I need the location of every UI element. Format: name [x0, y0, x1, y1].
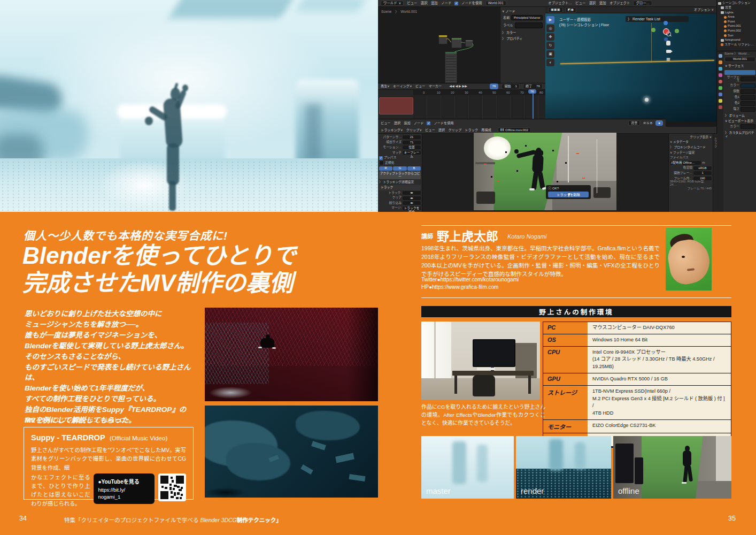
mode-icons[interactable]: ▣▣▣: [548, 7, 563, 12]
footage-section[interactable]: ∨ フッテージ設定: [670, 150, 712, 156]
world-props-tab[interactable]: [719, 80, 722, 83]
clip-display-dropdown[interactable]: クリップ表示 ∨: [670, 135, 712, 140]
normalize-checkbox[interactable]: [379, 160, 384, 165]
move-tool[interactable]: ✥: [546, 33, 554, 41]
tracking-marker[interactable]: [525, 145, 527, 147]
track-buttons[interactable]: ◂▸: [403, 191, 421, 195]
output-props-tab[interactable]: [719, 60, 722, 64]
tracking-marker[interactable]: [557, 181, 558, 182]
channel-buttons[interactable]: R G B: [643, 121, 652, 125]
colorspace-dropdown[interactable]: sRGB: [693, 166, 712, 170]
viewport-display-section[interactable]: ∨ ビューポート表示: [724, 118, 755, 124]
comp-use-nodes-checkbox[interactable]: ✓: [427, 121, 430, 125]
outliner-root[interactable]: シーンコレクション: [722, 2, 751, 5]
join-tracks-button[interactable]: トラックを統合: [403, 207, 421, 210]
prepass-checkbox[interactable]: ✓: [379, 156, 383, 160]
outliner-item[interactable]: Area: [728, 16, 734, 19]
outliner-item[interactable]: スケール リファレ…: [724, 43, 754, 47]
world-datablock-chip[interactable]: World.001: [724, 57, 755, 62]
scale-tool[interactable]: ▣: [546, 50, 554, 58]
surface-field[interactable]: [740, 77, 755, 81]
filepath-field[interactable]: //配布用 Offline…: [670, 161, 701, 165]
rgb-channel-buttons[interactable]: RGB: [379, 166, 421, 171]
current-frame-field[interactable]: 76: [490, 83, 499, 89]
compositor-menus[interactable]: ビュー 選択 追加 ノード: [381, 121, 423, 125]
cursor-tool[interactable]: ◎: [546, 25, 554, 32]
metadata-section[interactable]: ∨ メタデータ: [670, 140, 712, 146]
timeline-track-area[interactable]: [413, 95, 545, 119]
transform-orientation-dropdown[interactable]: グロー…: [633, 1, 652, 6]
timeline-menus[interactable]: 再生∨ キーイング∨ ビュー マーカー: [381, 85, 442, 88]
gizmo-z-axis[interactable]: [664, 21, 668, 25]
tracking-marker[interactable]: [516, 170, 518, 172]
rotate-tool[interactable]: ↻: [546, 42, 554, 49]
startframe-field[interactable]: 1: [693, 171, 712, 175]
gizmo-y-axis[interactable]: [675, 29, 679, 33]
node-panel-title[interactable]: ∨ ノード: [502, 8, 544, 14]
object-props-tab[interactable]: [719, 86, 722, 90]
frame-start-field[interactable]: 開始 1: [502, 83, 520, 89]
surface-section[interactable]: ∨ サーフェス: [724, 63, 755, 69]
clip-menus[interactable]: トラッキング∨ クリップ∨ ビュー 選択 クリップ トラック 再構成: [381, 128, 491, 132]
tracking-marker[interactable]: [505, 151, 507, 153]
timeline-clip-strip[interactable]: [379, 97, 413, 114]
outliner-item[interactable]: Lights: [725, 11, 734, 14]
refine-buttons[interactable]: ◂▸: [403, 201, 421, 205]
clip-datablock[interactable]: 🎞 Offline.mov.002: [498, 127, 531, 133]
clip-sidebar-tabs[interactable]: トラック: [713, 134, 717, 212]
camera-icon[interactable]: [664, 50, 673, 54]
node-label-field[interactable]: [515, 22, 543, 28]
tracking-marker[interactable]: [552, 150, 554, 151]
pattern-size-field[interactable]: 21: [403, 135, 421, 139]
snap-icons[interactable]: ◩◉: [565, 7, 576, 12]
frame-end-field[interactable]: 終了 76: [523, 83, 543, 89]
playback-controls[interactable]: ◀◀ ◀ ▶ ▶▶: [449, 85, 467, 88]
volume-section[interactable]: 〉 ボリューム: [724, 113, 755, 119]
outliner-item[interactable]: Sun: [728, 34, 733, 37]
clear-buttons[interactable]: ◂▸: [403, 196, 421, 200]
custom-props-section[interactable]: 〉 カスタムプロパティ: [724, 130, 755, 139]
physics-props-tab[interactable]: [719, 99, 722, 103]
delete-track-button[interactable]: トラックを削除: [548, 192, 589, 197]
outliner-item[interactable]: Point: [728, 20, 735, 24]
zoom-icon[interactable]: [664, 32, 673, 37]
viewport-color-swatch[interactable]: [740, 124, 755, 129]
motion-model-dropdown[interactable]: 位置: [403, 146, 421, 149]
node-name-field[interactable]: Principled Volume: [511, 15, 543, 20]
gizmo-y-axis[interactable]: [651, 28, 655, 32]
timeline-ruler[interactable]: 0 10 20 30 40 50 60 70 80: [413, 90, 545, 95]
scene-props-tab[interactable]: [719, 73, 722, 77]
modifier-props-tab[interactable]: [719, 93, 722, 96]
active-shader-chip[interactable]: [724, 70, 755, 75]
outliner-item[interactable]: foreground: [725, 39, 740, 42]
backdrop-chip[interactable]: 背景: [628, 120, 640, 126]
outliner-item[interactable]: Point.002: [728, 29, 741, 33]
tracking-marker[interactable]: [565, 162, 567, 164]
strength-field[interactable]: [740, 107, 755, 112]
track-section-header[interactable]: トラック: [379, 185, 421, 190]
tracking-detail-section[interactable]: 〉 トラッキング詳細設定: [379, 180, 421, 185]
node-color-section[interactable]: 〉 カラー: [502, 29, 544, 35]
hand-icon[interactable]: [664, 41, 673, 47]
transform-tool[interactable]: ◐: [546, 59, 554, 66]
proxy-section[interactable]: 〉 プロキシ/タイムコード: [670, 145, 712, 150]
viewlayer-props-tab[interactable]: [719, 67, 722, 71]
copy-from-active-track-button[interactable]: アクティブトラックからコピー: [379, 171, 421, 179]
viewport-canvas[interactable]: ユーザー・透視投影(76) シーンコレクション | Floor 〉 Render…: [545, 13, 716, 122]
texture-props-tab[interactable]: [719, 105, 722, 109]
render-props-tab[interactable]: [719, 54, 722, 58]
color2-field[interactable]: [740, 101, 755, 106]
color1-field[interactable]: [740, 95, 755, 100]
display-channel-icon[interactable]: ●: [655, 120, 663, 126]
greenscreen-footage[interactable]: ⓘ OK? トラックを削除: [474, 133, 616, 210]
search-size-field[interactable]: 71: [403, 141, 421, 144]
color-swatch[interactable]: [740, 83, 755, 88]
outliner-item[interactable]: 背景: [725, 6, 731, 10]
viewport-menus[interactable]: オブジェクト… ビュー 選択 追加 オブジェクト: [548, 2, 630, 5]
node-properties-section[interactable]: 〉 プロパティ: [502, 35, 544, 41]
factor-field[interactable]: [740, 89, 755, 94]
folder-icon[interactable]: 🗀: [702, 162, 705, 165]
outliner-item[interactable]: Point.001: [728, 25, 741, 28]
select-tool[interactable]: ▶: [546, 16, 554, 24]
tracking-marker[interactable]: [491, 176, 492, 178]
